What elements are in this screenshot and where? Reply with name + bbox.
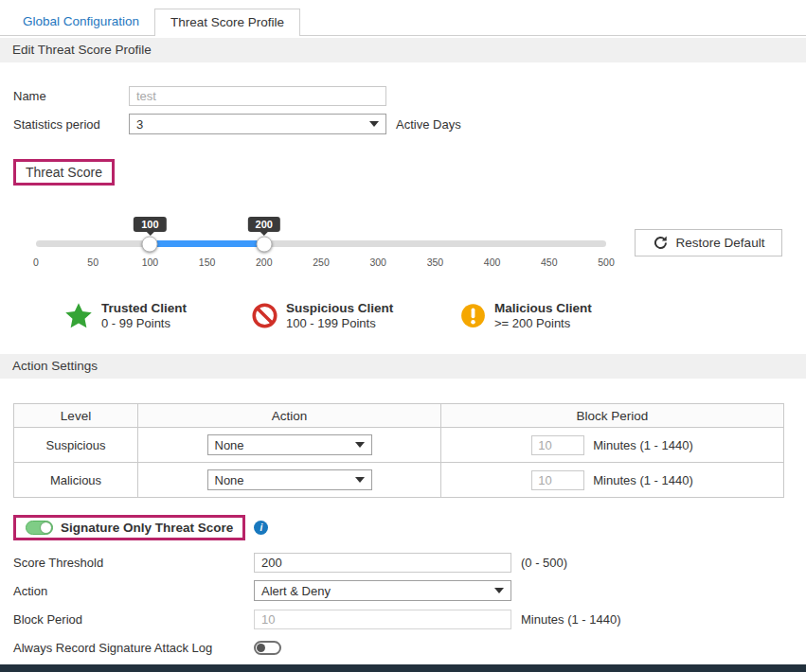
level-cell: Suspicious [14,428,138,463]
statistics-period-select[interactable]: 3 [129,114,386,134]
threat-score-legend: Trusted Client 0 - 99 Points Suspicious … [64,301,806,330]
name-label: Name [13,89,129,103]
always-record-signature-attack-log-label: Always Record Signature Attack Log [13,641,254,655]
toggle-knob [257,644,265,652]
footer-bar [0,664,806,672]
table-row-suspicious: Suspicious None Minutes (1 - 1440) [14,428,784,463]
tick-label: 200 [256,256,273,268]
tick-label: 400 [484,256,501,268]
page-title: Edit Threat Score Profile [0,38,806,62]
signature-action-select[interactable]: Alert & Deny [254,580,511,601]
chevron-down-icon [355,442,365,448]
block-period-suffix: Minutes (1 - 1440) [593,438,693,452]
signature-toggle-row: Signature Only Threat Score i [13,515,793,540]
tab-bar: Global Configuration Threat Score Profil… [0,9,806,36]
threat-score-slider-zone: 100 200 0 50 100 150 200 250 300 350 400… [13,203,793,276]
suspicious-block-period-field[interactable] [531,435,584,455]
action-settings-table: Level Action Block Period Suspicious Non… [13,403,784,498]
statistics-period-label: Statistics period [13,117,129,132]
refresh-icon [653,235,669,251]
slider-upper-tooltip: 200 [248,217,280,232]
action-settings-heading: Action Settings [0,354,806,379]
slider-track[interactable]: 100 200 [36,240,606,247]
suspicious-action-select[interactable]: None [207,434,372,455]
star-icon [64,302,93,330]
legend-title: Suspicious Client [286,301,393,315]
tick-label: 0 [33,256,39,268]
warning-icon [460,303,486,328]
chevron-down-icon [494,588,504,593]
tick-label: 250 [313,256,330,268]
statistics-period-suffix: Active Days [396,117,461,132]
restore-default-label: Restore Default [676,236,765,250]
signature-only-threat-score-toggle[interactable] [26,521,53,535]
signature-form: Score Threshold (0 - 500) Action Alert &… [0,552,806,658]
restore-default-button[interactable]: Restore Default [635,229,782,256]
score-threshold-label: Score Threshold [13,556,254,570]
slider-lower-tooltip: 100 [134,217,166,232]
threat-score-heading-highlight: Threat Score [13,159,793,186]
legend-range: >= 200 Points [494,316,592,330]
malicious-action-select[interactable]: None [207,469,372,490]
signature-toggle-highlight: Signature Only Threat Score [13,515,245,540]
profile-form: Name Statistics period 3 Active Days [0,85,806,134]
table-row-malicious: Malicious None Minutes (1 - 1440) [14,463,784,498]
statistics-period-value: 3 [136,117,143,132]
legend-title: Trusted Client [101,301,187,315]
tick-label: 100 [142,256,159,268]
legend-title: Malicious Client [494,301,592,315]
slider-lower-handle[interactable] [142,236,158,252]
tick-label: 450 [541,256,558,268]
threat-score-heading: Threat Score [26,165,102,180]
tick-label: 350 [427,256,444,268]
slider-tick-labels: 0 50 100 150 200 250 300 350 400 450 500 [36,256,606,272]
score-threshold-field[interactable] [254,553,511,573]
no-entry-icon [252,303,278,328]
signature-action-label: Action [13,584,254,598]
tick-label: 50 [87,256,99,268]
signature-block-period-field[interactable] [254,610,511,629]
legend-range: 0 - 99 Points [101,316,187,330]
legend-malicious-client: Malicious Client >= 200 Points [460,301,592,330]
signature-block-period-suffix: Minutes (1 - 1440) [521,612,621,627]
tick-label: 300 [369,256,386,268]
tick-label: 500 [598,256,615,268]
legend-suspicious-client: Suspicious Client 100 - 199 Points [252,301,460,330]
chevron-down-icon [369,121,379,127]
suspicious-action-value: None [215,438,244,452]
name-field[interactable] [129,86,386,106]
tick-label: 150 [199,256,216,268]
signature-only-threat-score-label: Signature Only Threat Score [61,521,233,535]
legend-range: 100 - 199 Points [286,316,393,330]
signature-action-value: Alert & Deny [261,584,331,598]
column-header-level: Level [14,404,138,428]
column-header-action: Action [138,404,441,428]
level-cell: Malicious [14,463,138,498]
tab-global-configuration[interactable]: Global Configuration [8,9,154,35]
always-record-signature-attack-log-toggle[interactable] [254,641,281,655]
malicious-block-period-field[interactable] [531,470,584,490]
slider-upper-handle[interactable] [256,236,272,252]
score-threshold-suffix: (0 - 500) [521,556,567,570]
tab-threat-score-profile[interactable]: Threat Score Profile [154,9,300,36]
chevron-down-icon [355,477,365,483]
info-icon[interactable]: i [254,521,268,535]
block-period-suffix: Minutes (1 - 1440) [593,473,693,487]
column-header-block-period: Block Period [441,404,784,428]
toggle-knob [41,522,51,533]
slider-range-fill [150,240,263,247]
signature-block-period-label: Block Period [13,612,254,627]
legend-trusted-client: Trusted Client 0 - 99 Points [64,301,252,330]
malicious-action-value: None [215,473,244,487]
